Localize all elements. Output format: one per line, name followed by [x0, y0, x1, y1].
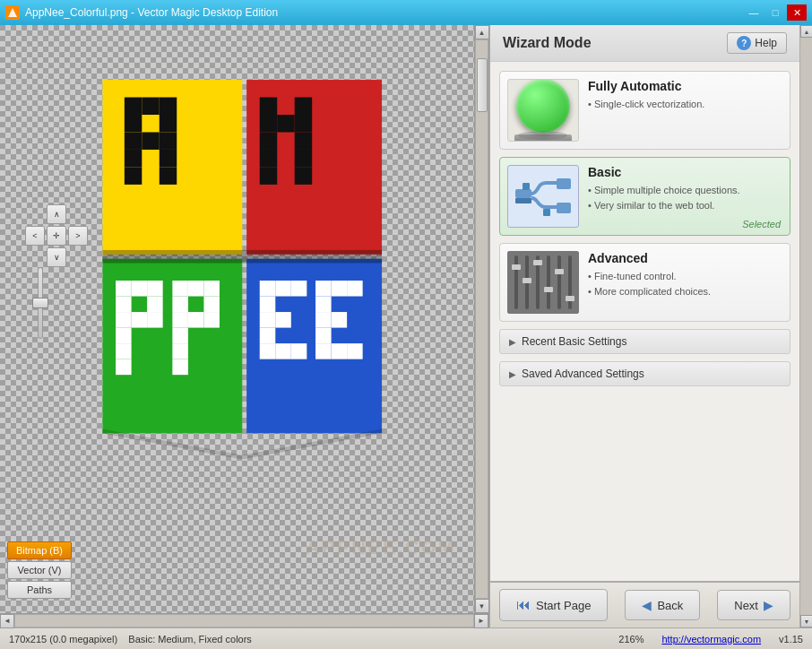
scroll-track-v[interactable]: [475, 39, 488, 599]
mode-desc-adv-1: • Fine-tuned control.: [588, 269, 782, 284]
svg-rect-30: [116, 281, 132, 297]
svg-rect-8: [142, 98, 159, 115]
right-panel: Wizard Mode ? Help: [489, 25, 799, 627]
svg-rect-12: [125, 132, 142, 149]
nav-right-button[interactable]: >: [68, 226, 88, 246]
nav-center-button[interactable]: ✛: [47, 226, 66, 246]
saved-settings-label: Saved Advanced Settings: [522, 368, 644, 380]
recent-settings-label: Recent Basic Settings: [522, 335, 626, 348]
mode-card-advanced[interactable]: Advanced • Fine-tuned control. • More co…: [499, 243, 790, 322]
next-button[interactable]: Next ▶: [717, 590, 790, 620]
svg-rect-6: [102, 250, 382, 264]
svg-rect-41: [172, 281, 188, 297]
recent-settings-button[interactable]: ▶ Recent Basic Settings: [499, 329, 790, 354]
svg-rect-31: [132, 281, 148, 297]
svg-rect-91: [566, 296, 574, 301]
mode-title-advanced: Advanced: [588, 251, 782, 265]
dimensions-status: 170x215 (0.0 megapixel) Basic: Medium, F…: [9, 634, 252, 645]
nav-down-button[interactable]: ∨: [47, 247, 66, 267]
title-bar: AppNee_Colorful.png - Vector Magic Deskt…: [0, 0, 812, 25]
help-button[interactable]: ? Help: [727, 32, 787, 54]
paths-view-button[interactable]: Paths: [7, 581, 72, 599]
zoom-thumb[interactable]: [32, 298, 48, 308]
navigation-controls: ∧ < ✛ > ∨: [25, 204, 88, 267]
title-bar-controls: — □ ✕: [744, 4, 807, 21]
svg-rect-35: [116, 312, 132, 328]
svg-rect-24: [260, 132, 277, 149]
svg-rect-64: [347, 281, 363, 297]
scroll-track-h[interactable]: [14, 614, 474, 627]
mode-info-auto: Fully Automatic • Single-click vectoriza…: [588, 79, 782, 112]
svg-rect-17: [125, 167, 142, 184]
svg-rect-57: [275, 312, 291, 328]
svg-rect-14: [160, 132, 177, 149]
svg-rect-77: [523, 183, 530, 190]
nav-left-button[interactable]: <: [25, 226, 45, 246]
watermark: APPNEE.COM: [306, 536, 456, 559]
saved-settings-button[interactable]: ▶ Saved Advanced Settings: [499, 361, 790, 386]
scroll-thumb-v[interactable]: [477, 58, 488, 112]
vector-view-button[interactable]: Vector (V): [7, 561, 72, 579]
bitmap-view-button[interactable]: Bitmap (B): [7, 541, 72, 559]
svg-rect-46: [172, 312, 188, 328]
svg-rect-65: [315, 297, 332, 313]
right-scroll-up[interactable]: ▲: [800, 25, 812, 38]
svg-rect-84: [557, 255, 561, 309]
svg-rect-47: [188, 312, 204, 328]
wizard-title: Wizard Mode: [503, 35, 592, 51]
canvas-scrollbar-horizontal[interactable]: ◄ ►: [0, 613, 488, 627]
svg-rect-15: [125, 150, 142, 167]
svg-rect-89: [544, 287, 553, 292]
scroll-up-button[interactable]: ▲: [475, 25, 489, 39]
website-link[interactable]: http://vectormagic.com: [661, 634, 761, 645]
svg-rect-39: [116, 343, 132, 359]
svg-rect-19: [260, 98, 277, 115]
scroll-down-button[interactable]: ▼: [475, 599, 489, 613]
close-button[interactable]: ✕: [787, 4, 807, 21]
svg-rect-33: [116, 297, 132, 313]
svg-rect-40: [116, 359, 132, 376]
wizard-header: Wizard Mode ? Help: [490, 25, 799, 62]
zoom-slider[interactable]: [38, 267, 43, 339]
scroll-left-button[interactable]: ◄: [0, 614, 14, 628]
wizard-content: Fully Automatic • Single-click vectoriza…: [490, 62, 799, 581]
back-label: Back: [657, 599, 683, 612]
start-page-button[interactable]: ⏮ Start Page: [499, 589, 608, 621]
svg-marker-72: [102, 429, 382, 460]
mode-info-advanced: Advanced • Fine-tuned control. • More co…: [588, 251, 782, 299]
mode-title-basic: Basic: [588, 165, 782, 179]
mode-desc-basic-2: • Very similar to the web tool.: [588, 198, 782, 213]
status-bar: 170x215 (0.0 megapixel) Basic: Medium, F…: [0, 627, 812, 649]
right-scroll-down[interactable]: ▼: [800, 615, 812, 627]
mode-desc-auto-1: • Single-click vectorization.: [588, 97, 782, 112]
svg-rect-55: [260, 297, 276, 313]
svg-rect-26: [260, 150, 277, 167]
svg-rect-23: [295, 115, 312, 132]
svg-rect-53: [275, 281, 291, 297]
scroll-right-button[interactable]: ►: [474, 614, 488, 628]
right-scroll-track[interactable]: [800, 38, 812, 615]
mode-card-auto[interactable]: Fully Automatic • Single-click vectoriza…: [499, 71, 790, 150]
svg-rect-7: [125, 98, 142, 115]
mode-desc-adv-2: • More complicated choices.: [588, 284, 782, 299]
canvas-row: ∧ < ✛ > ∨ Bitmap (B): [0, 25, 488, 613]
svg-rect-48: [203, 312, 220, 328]
nav-up-button[interactable]: ∧: [47, 204, 66, 224]
title-bar-left: AppNee_Colorful.png - Vector Magic Deskt…: [5, 5, 278, 20]
minimize-button[interactable]: —: [744, 4, 764, 21]
canvas-area[interactable]: ∧ < ✛ > ∨ Bitmap (B): [0, 25, 474, 613]
maximize-button[interactable]: □: [765, 4, 785, 21]
svg-rect-66: [315, 312, 332, 328]
back-button[interactable]: ◀ Back: [625, 590, 700, 620]
right-scrollbar[interactable]: ▲ ▼: [799, 25, 812, 627]
svg-rect-16: [160, 150, 177, 167]
svg-rect-71: [347, 343, 363, 359]
mode-title-auto: Fully Automatic: [588, 79, 782, 93]
svg-rect-43: [203, 281, 220, 297]
svg-rect-25: [295, 132, 312, 149]
mode-card-basic[interactable]: Basic • Simple multiple choice questions…: [499, 157, 790, 236]
canvas-scrollbar-vertical[interactable]: ▲ ▼: [474, 25, 488, 613]
svg-rect-59: [260, 343, 276, 359]
auto-button-icon: [516, 79, 570, 133]
svg-rect-62: [315, 281, 332, 297]
